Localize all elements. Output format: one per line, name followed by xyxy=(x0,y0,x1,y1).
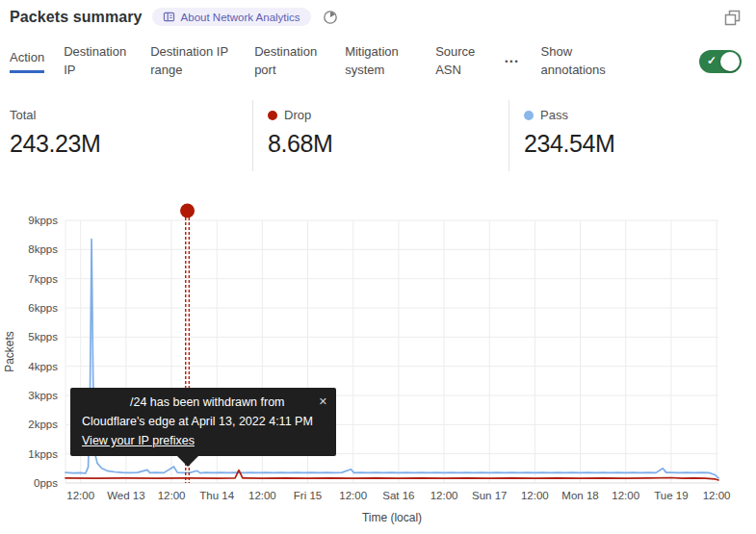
svg-text:0pps: 0pps xyxy=(34,477,58,489)
chart-canvas[interactable]: 0pps1kpps2kpps3kpps4kpps5kpps6kpps7kpps8… xyxy=(0,202,756,534)
svg-text:2kpps: 2kpps xyxy=(28,419,58,430)
stat-pass: Pass 234.54M xyxy=(508,100,756,171)
close-icon[interactable]: ✕ xyxy=(319,392,327,411)
check-icon: ✓ xyxy=(707,54,717,67)
stat-total-label: Total xyxy=(10,108,252,122)
tab-destination-port[interactable]: Destination port xyxy=(254,43,326,80)
page-title: Packets summary xyxy=(10,9,143,26)
stat-drop-value: 8.68M xyxy=(268,130,508,158)
svg-text:8kpps: 8kpps xyxy=(28,243,58,255)
book-icon xyxy=(163,11,175,23)
svg-text:Sun 17: Sun 17 xyxy=(472,490,507,501)
more-tabs-icon[interactable]: ••• xyxy=(503,57,521,66)
tab-destination-ip-range[interactable]: Destination IP range xyxy=(150,43,235,80)
stat-total-value: 243.23M xyxy=(10,130,252,158)
svg-text:1kpps: 1kpps xyxy=(28,448,58,460)
svg-text:12:00: 12:00 xyxy=(158,490,186,501)
svg-text:7kpps: 7kpps xyxy=(28,273,58,285)
time-history-icon[interactable] xyxy=(323,10,338,25)
tooltip-line2: Cloudflare's edge at April 13, 2022 4:11… xyxy=(82,412,325,431)
svg-text:Time (local): Time (local) xyxy=(362,511,422,524)
dimension-tabs: Action Destination IP Destination IP ran… xyxy=(10,43,742,80)
svg-text:Wed 13: Wed 13 xyxy=(107,490,144,501)
pass-legend-dot xyxy=(524,111,534,120)
svg-text:4kpps: 4kpps xyxy=(28,361,58,372)
svg-text:Sat 16: Sat 16 xyxy=(382,490,414,501)
stat-total: Total 243.23M xyxy=(0,100,252,171)
stat-pass-label: Pass xyxy=(524,108,756,122)
stat-pass-value: 234.54M xyxy=(524,130,756,158)
drop-legend-dot xyxy=(268,111,277,120)
svg-text:9kpps: 9kpps xyxy=(28,215,58,226)
svg-text:12:00: 12:00 xyxy=(521,490,549,501)
about-network-analytics-badge[interactable]: About Network Analytics xyxy=(152,8,311,26)
toggle-knob xyxy=(720,52,740,71)
stat-drop: Drop 8.68M xyxy=(252,100,508,171)
tab-action[interactable]: Action xyxy=(10,49,44,73)
popout-icon[interactable] xyxy=(724,10,741,30)
svg-text:5kpps: 5kpps xyxy=(28,331,58,343)
svg-text:12:00: 12:00 xyxy=(339,490,367,501)
svg-text:Packets: Packets xyxy=(3,331,16,372)
svg-text:12:00: 12:00 xyxy=(612,490,639,501)
svg-text:12:00: 12:00 xyxy=(248,490,276,501)
svg-text:12:00: 12:00 xyxy=(703,490,731,501)
svg-text:Mon 18: Mon 18 xyxy=(561,490,598,501)
show-annotations-toggle[interactable]: ✓ xyxy=(699,50,742,73)
svg-text:Fri 15: Fri 15 xyxy=(294,490,322,501)
tab-source-asn[interactable]: Source ASN xyxy=(435,43,483,80)
svg-text:Tue 19: Tue 19 xyxy=(654,490,688,501)
view-ip-prefixes-link[interactable]: View your IP prefixes xyxy=(82,434,195,447)
show-annotations-label: Show annotations xyxy=(541,43,620,80)
stat-drop-label: Drop xyxy=(268,108,508,122)
svg-text:3kpps: 3kpps xyxy=(28,390,58,401)
badge-label: About Network Analytics xyxy=(181,12,300,23)
svg-text:12:00: 12:00 xyxy=(430,490,458,501)
tooltip-line1: /24 has been withdrawn from xyxy=(82,393,325,412)
packets-chart: 0pps1kpps2kpps3kpps4kpps5kpps6kpps7kpps8… xyxy=(0,202,756,534)
tooltip-pointer xyxy=(177,456,198,467)
svg-text:6kpps: 6kpps xyxy=(28,302,58,314)
tab-mitigation-system[interactable]: Mitigation system xyxy=(345,43,416,80)
annotation-tooltip: ✕ /24 has been withdrawn from Cloudflare… xyxy=(70,388,336,456)
svg-text:Thu 14: Thu 14 xyxy=(199,490,234,501)
stats-row: Total 243.23M Drop 8.68M Pass 234.54M xyxy=(0,100,756,171)
panel-header: Packets summary About Network Analytics xyxy=(10,8,717,26)
tab-destination-ip[interactable]: Destination IP xyxy=(64,43,131,80)
svg-text:12:00: 12:00 xyxy=(66,490,94,501)
